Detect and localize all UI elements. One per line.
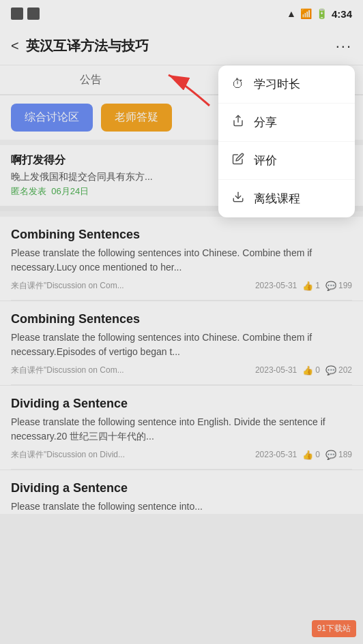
share-icon [232, 114, 244, 130]
dropdown-item-rate[interactable]: 评价 [218, 142, 355, 180]
dropdown-item-study-time[interactable]: ⏱ 学习时长 [218, 65, 355, 104]
dropdown-label-study-time: 学习时长 [254, 76, 300, 92]
dropdown-label-rate: 评价 [254, 153, 277, 168]
dropdown-item-share[interactable]: 分享 [218, 104, 355, 142]
dropdown-label-share: 分享 [254, 114, 277, 130]
download-icon [232, 191, 244, 206]
dropdown-label-offline: 离线课程 [254, 191, 300, 206]
clock-icon: ⏱ [232, 77, 244, 91]
edit-icon [232, 153, 244, 168]
dropdown-item-offline[interactable]: 离线课程 [218, 180, 355, 217]
dropdown-menu: ⏱ 学习时长 分享 评价 离线课程 [218, 65, 355, 217]
